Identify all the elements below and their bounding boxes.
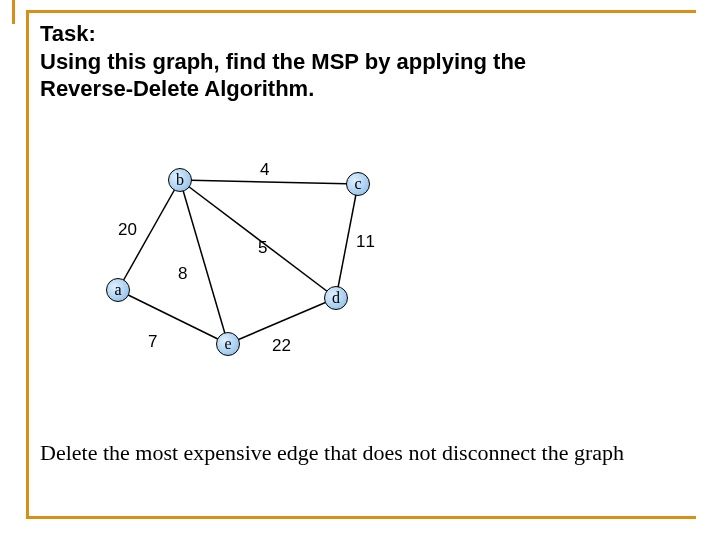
- instruction-text: Delete the most expensive edge that does…: [40, 440, 660, 466]
- slide: Task: Using this graph, find the MSP by …: [0, 0, 720, 540]
- task-heading: Task:: [40, 21, 96, 46]
- weight-be: 8: [178, 264, 187, 284]
- node-b: b: [168, 168, 192, 192]
- weight-ed: 22: [272, 336, 291, 356]
- svg-line-4: [180, 180, 228, 344]
- weight-cd: 11: [356, 232, 375, 252]
- svg-line-1: [180, 180, 358, 184]
- weight-bd: 5: [258, 238, 267, 258]
- node-d: d: [324, 286, 348, 310]
- task-line2: Reverse-Delete Algorithm.: [40, 76, 314, 101]
- graph-edges: [100, 148, 420, 388]
- node-c: c: [346, 172, 370, 196]
- node-e: e: [216, 332, 240, 356]
- task-line1: Using this graph, find the MSP by applyi…: [40, 49, 526, 74]
- task-text: Task: Using this graph, find the MSP by …: [40, 20, 660, 103]
- weight-bc: 4: [260, 160, 269, 180]
- frame-notch: [12, 0, 15, 24]
- weight-ab: 20: [118, 220, 137, 240]
- svg-line-2: [336, 184, 358, 298]
- frame-top: [26, 10, 696, 13]
- svg-line-5: [118, 290, 228, 344]
- graph-diagram: a b c d e 20 4 11 5 8 7 22: [100, 148, 420, 388]
- frame-left: [26, 10, 29, 516]
- node-a: a: [106, 278, 130, 302]
- frame-bottom: [26, 516, 696, 519]
- weight-ae: 7: [148, 332, 157, 352]
